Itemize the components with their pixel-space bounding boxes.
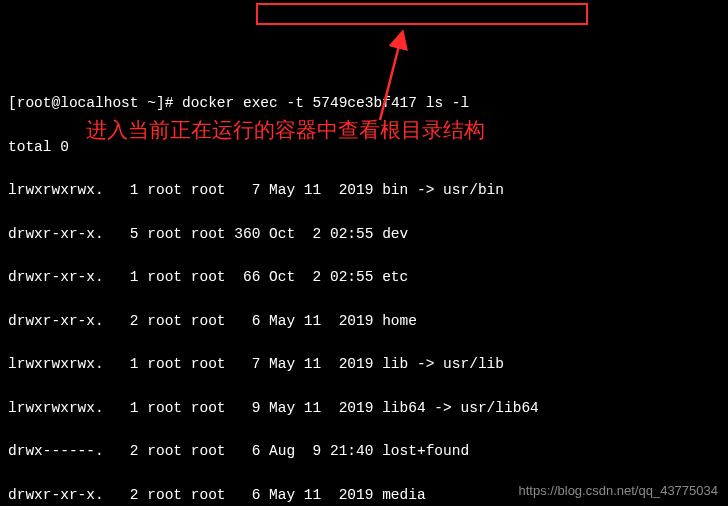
red-highlight-box (256, 3, 588, 25)
shell-prompt: [root@localhost ~]# (8, 95, 182, 111)
docker-command-part1: docker (182, 95, 243, 111)
ls-row: drwxr-xr-x. 5 root root 360 Oct 2 02:55 … (8, 224, 720, 246)
total-line: total 0 (8, 137, 720, 159)
ls-row: lrwxrwxrwx. 1 root root 7 May 11 2019 li… (8, 354, 720, 376)
ls-row: lrwxrwxrwx. 1 root root 9 May 11 2019 li… (8, 398, 720, 420)
ls-row: drwxr-xr-x. 2 root root 6 May 11 2019 ho… (8, 311, 720, 333)
ls-row: drwxr-xr-x. 1 root root 66 Oct 2 02:55 e… (8, 267, 720, 289)
ls-row: drwxr-xr-x. 2 root root 6 May 11 2019 me… (8, 485, 720, 507)
command-line: [root@localhost ~]# docker exec -t 5749c… (8, 93, 720, 115)
docker-command-part2: exec -t 5749ce3bf417 ls -l (243, 95, 469, 111)
ls-row: drwx------. 2 root root 6 Aug 9 21:40 lo… (8, 441, 720, 463)
ls-row: lrwxrwxrwx. 1 root root 7 May 11 2019 bi… (8, 180, 720, 202)
